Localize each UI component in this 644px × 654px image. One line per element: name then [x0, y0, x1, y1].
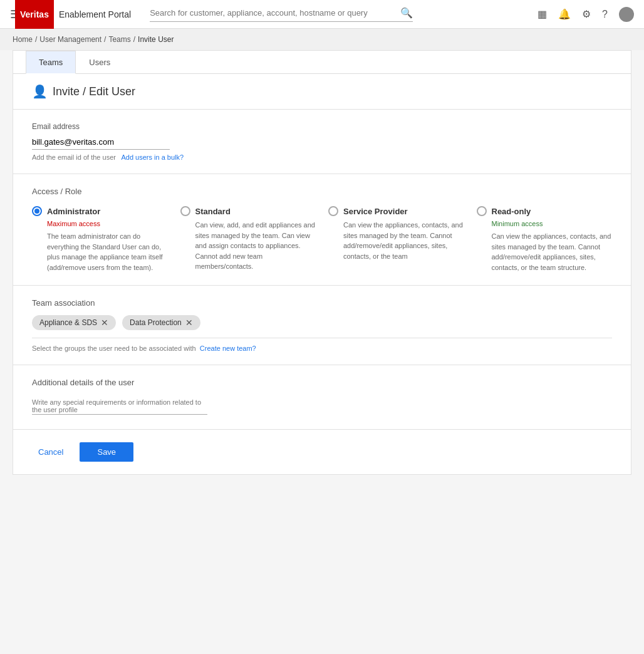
- header: ☰ Veritas Enablement Portal 🔍 ▦ 🔔 ⚙ ?: [0, 0, 644, 29]
- settings-icon[interactable]: ⚙: [582, 8, 591, 20]
- team-association-section: Team association Appliance & SDS ✕ Data …: [13, 286, 631, 365]
- tab-teams[interactable]: Teams: [26, 51, 76, 74]
- role-read-only[interactable]: Read-only Minimum access Can view the ap…: [477, 206, 613, 272]
- breadcrumb-home[interactable]: Home: [13, 35, 33, 44]
- role-name-read-only: Read-only: [492, 207, 531, 216]
- tab-users[interactable]: Users: [76, 51, 123, 74]
- roles-grid: Administrator Maximum access The team ad…: [32, 206, 612, 272]
- role-desc-standard: Can view, add, and edit appliances and s…: [195, 220, 316, 272]
- help-icon[interactable]: ?: [602, 9, 608, 20]
- remove-tag-data-protection[interactable]: ✕: [185, 318, 193, 328]
- team-tags-container: Appliance & SDS ✕ Data Protection ✕: [32, 315, 612, 330]
- team-tag-data-protection[interactable]: Data Protection ✕: [122, 315, 200, 330]
- breadcrumb-teams[interactable]: Teams: [108, 35, 130, 44]
- tabs: Teams Users: [13, 51, 631, 74]
- role-radio-service-provider[interactable]: [328, 206, 338, 216]
- access-role-label: Access / Role: [32, 187, 612, 196]
- page-title: Invite / Edit User: [53, 85, 135, 98]
- user-icon: 👤: [32, 84, 48, 99]
- role-service-provider[interactable]: Service Provider Can view the appliances…: [328, 206, 464, 272]
- team-assoc-hint: Select the groups the user need to be as…: [32, 338, 612, 352]
- header-icons: ▦ 🔔 ⚙ ?: [538, 7, 634, 22]
- breadcrumb: Home / User Management / Teams / Invite …: [0, 29, 644, 50]
- additional-details-input[interactable]: [32, 396, 207, 415]
- role-desc-administrator: The team administrator can do everything…: [47, 231, 168, 272]
- page-title-container: 👤 Invite / Edit User: [13, 74, 631, 109]
- breadcrumb-user-management[interactable]: User Management: [39, 35, 101, 44]
- main-content: Teams Users 👤 Invite / Edit User Email a…: [13, 50, 631, 475]
- team-tag-label: Data Protection: [130, 318, 182, 327]
- email-hint: Add the email id of the user Add users i…: [32, 153, 612, 161]
- role-access-read-only: Minimum access: [492, 220, 613, 227]
- create-team-link[interactable]: Create new team?: [200, 345, 256, 352]
- additional-details-label: Additional details of the user: [32, 378, 612, 387]
- footer-buttons: Cancel Save: [13, 430, 631, 474]
- search-input[interactable]: [150, 8, 400, 18]
- additional-details-section: Additional details of the user: [13, 365, 631, 430]
- logo: Veritas Enablement Portal: [25, 0, 131, 29]
- team-association-label: Team association: [32, 298, 612, 308]
- role-desc-read-only: Can view the appliances, contacts, and s…: [492, 231, 613, 272]
- notification-icon[interactable]: 🔔: [558, 8, 571, 20]
- analytics-icon[interactable]: ▦: [538, 8, 547, 20]
- team-tag-label: Appliance & SDS: [39, 318, 97, 327]
- role-radio-standard[interactable]: [180, 206, 190, 216]
- role-name-administrator: Administrator: [47, 207, 100, 216]
- role-access-administrator: Maximum access: [47, 220, 168, 227]
- search-bar[interactable]: 🔍: [150, 7, 413, 22]
- email-label: Email address: [32, 122, 612, 131]
- access-role-section: Access / Role Administrator Maximum acce…: [13, 174, 631, 286]
- remove-tag-appliance-sds[interactable]: ✕: [101, 318, 108, 328]
- logo-brand: Veritas: [15, 0, 54, 29]
- bulk-add-link[interactable]: Add users in a bulk?: [121, 153, 184, 161]
- role-name-standard: Standard: [195, 207, 231, 216]
- user-avatar[interactable]: [619, 7, 634, 22]
- team-tag-appliance-sds[interactable]: Appliance & SDS ✕: [32, 315, 116, 330]
- search-icon[interactable]: 🔍: [400, 7, 413, 19]
- email-input[interactable]: [32, 135, 170, 150]
- role-radio-read-only[interactable]: [477, 206, 487, 216]
- role-name-service-provider: Service Provider: [343, 207, 408, 216]
- role-desc-service-provider: Can view the appliances, contacts, and s…: [343, 220, 464, 261]
- role-standard[interactable]: Standard Can view, add, and edit applian…: [180, 206, 316, 272]
- email-section: Email address Add the email id of the us…: [13, 110, 631, 174]
- role-radio-administrator[interactable]: [32, 206, 42, 216]
- cancel-button[interactable]: Cancel: [32, 442, 70, 462]
- breadcrumb-current: Invite User: [138, 35, 174, 44]
- logo-product: Enablement Portal: [59, 9, 131, 19]
- role-administrator[interactable]: Administrator Maximum access The team ad…: [32, 206, 168, 272]
- save-button[interactable]: Save: [80, 442, 133, 462]
